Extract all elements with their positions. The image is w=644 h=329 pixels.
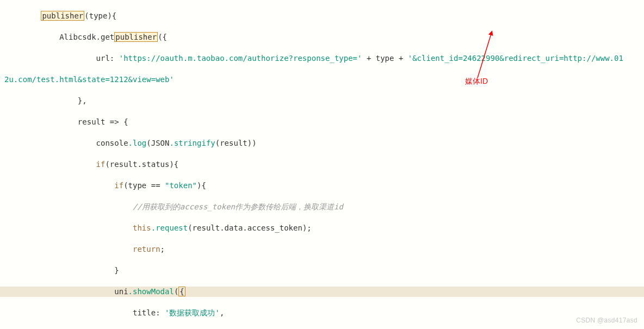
code-line: publisher(type){: [0, 11, 644, 22]
keyword-return: return: [133, 245, 160, 253]
method: .showModal: [128, 287, 174, 296]
code-text: Alibcsdk.get: [4, 33, 114, 41]
code-line: console.log(JSON.stringify(result)): [0, 138, 644, 149]
highlighted-symbol: publisher: [41, 11, 84, 21]
code-line: Alibcsdk.getpublisher({: [0, 32, 644, 43]
code-line: return;: [0, 244, 644, 255]
code-text: ;: [160, 245, 165, 253]
code-line: },: [0, 96, 644, 107]
code-line: title: '数据获取成功',: [0, 308, 644, 319]
code-text: [4, 224, 133, 232]
code-text: ({: [158, 33, 167, 41]
svg-line-0: [478, 32, 492, 78]
code-text: [4, 245, 133, 253]
string: "token": [165, 181, 197, 190]
code-text: url:: [4, 54, 114, 63]
code-line: if(type == "token"){: [0, 181, 644, 191]
code-line: this.request(result.data.access_token);: [0, 223, 644, 234]
method: .log: [128, 139, 147, 147]
string: 'https://oauth.m.taobao.com/authorize?re…: [114, 54, 362, 63]
code-line: if(result.status){: [0, 159, 644, 170]
string: '数据获取成功': [165, 308, 220, 317]
method: .stringify: [169, 139, 215, 147]
code-text: result => {: [4, 117, 128, 126]
code-block: publisher(type){ Alibcsdk.getpublisher({…: [0, 0, 644, 329]
keyword-if: if: [96, 160, 106, 169]
code-text: (result.status){: [105, 160, 178, 169]
code-text: ){: [197, 181, 206, 190]
watermark: CSDN @asd417asd: [576, 315, 637, 326]
method: .request: [151, 224, 188, 232]
code-text: [4, 160, 96, 169]
code-line: 2u.com/test.html&state=1212&view=web': [0, 75, 644, 85]
code-text: title:: [4, 308, 165, 317]
code-line: }: [0, 265, 644, 276]
code-line: url: 'https://oauth.m.taobao.com/authori…: [0, 53, 644, 64]
code-line: //用获取到的access_token作为参数传给后端，换取渠道id: [0, 202, 644, 213]
code-text: },: [4, 96, 87, 105]
code-line-highlighted: uni.showModal({: [0, 287, 644, 297]
code-text: ,: [220, 308, 224, 317]
blank: [4, 11, 41, 20]
code-text: [4, 181, 114, 190]
keyword-if: if: [114, 181, 123, 190]
code-text: (JSON: [146, 139, 169, 147]
code-text: (result.data.access_token);: [188, 224, 312, 232]
code-text: (type){: [84, 11, 116, 20]
keyword-this: this: [133, 224, 151, 232]
code-text: uni: [4, 287, 128, 296]
code-line: result => {: [0, 117, 644, 128]
code-text: (result)): [215, 139, 257, 147]
string: '&client_id=24622990&redirect_uri=http:/…: [408, 54, 623, 63]
code-text: + type +: [362, 54, 407, 63]
code-text: console: [4, 139, 128, 147]
arrow-icon: [473, 30, 495, 79]
comment: //用获取到的access_token作为参数传给后端，换取渠道id: [4, 202, 343, 211]
highlighted-symbol: publisher: [114, 32, 158, 42]
annotation-label: 媒体ID: [465, 76, 488, 87]
string: 2u.com/test.html&state=1212&view=web': [4, 75, 174, 84]
code-text: }: [4, 266, 119, 275]
code-text: (type ==: [123, 181, 165, 190]
cursor-brace: {: [178, 287, 185, 296]
